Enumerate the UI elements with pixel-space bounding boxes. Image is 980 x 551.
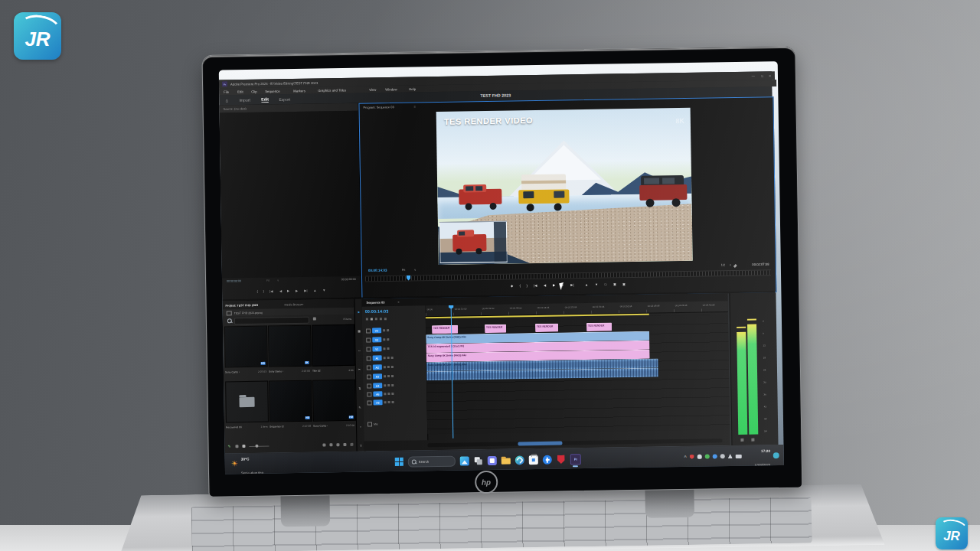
project-item[interactable]: HD Sony Camp 4K De... 2:07:00 [312,380,354,432]
track-target[interactable]: V1 [372,346,381,351]
timeline-timecode[interactable]: 00:00:14:03 [365,309,389,314]
start-button[interactable] [395,458,403,466]
lock-icon[interactable] [367,383,371,388]
close-button[interactable]: × [769,73,772,77]
razor-tool[interactable]: ✂ [358,368,361,371]
record-arm-button[interactable] [391,393,394,395]
track-target[interactable]: A4 [373,383,382,388]
weather-widget[interactable]: ☀ 30°C Senja akan tiba [231,455,273,471]
tray-onedrive-icon[interactable] [697,455,702,459]
mute-button[interactable] [384,357,386,359]
delete-button[interactable] [350,443,353,446]
track-head-a1[interactable]: A1 [363,354,394,363]
lift-button[interactable]: ▲ [585,282,588,285]
add-marker-icon[interactable] [380,318,382,320]
file-explorer-icon[interactable] [501,455,511,465]
lock-icon[interactable] [367,356,371,360]
program-timecode[interactable]: 00:00:14:03 [368,269,387,272]
mark-in-button[interactable]: { [519,284,520,287]
menu-sequence[interactable]: Sequence [266,90,281,93]
program-zoom-chevron[interactable]: ∨ [729,263,730,266]
pen-tool[interactable]: ✎ [359,406,361,409]
program-playhead[interactable] [407,276,410,281]
tray-status-icon[interactable] [705,455,710,459]
snap-icon[interactable] [371,318,373,320]
title-clip[interactable]: TES RENDER [485,324,506,333]
tray-microphone-icon[interactable] [720,454,725,458]
solo-button[interactable] [387,375,390,377]
toggle-sync-icon[interactable] [387,329,389,331]
track-target[interactable]: V3 [372,328,381,333]
program-zoom-level[interactable]: 1/2 [720,263,724,266]
meter-mute-left[interactable] [740,439,743,442]
source-step-forward-button[interactable]: ▶ [296,289,298,292]
lock-icon[interactable] [368,400,372,405]
taskbar-clock[interactable]: 17:20 17/03/2023 [746,442,770,469]
source-insert-button[interactable]: ▲ [313,289,316,292]
source-timecode[interactable]: 00:00:00:00 [227,279,241,282]
solo-button[interactable] [388,401,390,403]
lock-icon[interactable] [366,337,371,342]
solo-button[interactable] [387,393,390,395]
lock-icon[interactable] [366,328,371,333]
go-to-in-button[interactable]: |◀ [534,283,537,286]
timeline-settings-icons[interactable] [366,318,387,320]
lock-icon[interactable] [367,365,371,370]
mcafee-icon[interactable] [557,455,566,464]
track-head-v1[interactable]: V1 [362,344,389,354]
toggle-sync-icon[interactable] [387,347,389,350]
lock-icon[interactable] [366,347,371,351]
program-fit-chevron[interactable]: ∨ [414,269,416,271]
step-back-button[interactable]: ◀ [544,283,546,286]
tray-mcafee-icon[interactable] [690,455,694,459]
battery-icon[interactable] [736,454,742,458]
record-arm-button[interactable] [391,366,394,368]
master-track-head[interactable]: Mix [364,419,381,428]
edge-icon[interactable] [515,455,524,465]
microsoft-store-icon[interactable] [529,455,538,465]
menu-edit[interactable]: Edit [237,90,243,93]
source-fit-chevron[interactable]: ∨ [277,279,279,282]
mute-button[interactable] [384,366,386,368]
home-icon[interactable]: ⌂ [225,98,228,103]
mute-button[interactable] [384,384,386,386]
maximize-button[interactable]: □ [761,74,763,77]
track-head-a6[interactable]: A6 [364,398,394,407]
menu-window[interactable]: Window [385,87,397,91]
source-play-button[interactable]: ▶ [287,289,289,292]
toggle-output-icon[interactable] [383,329,385,331]
track-target[interactable]: A6 [374,399,383,405]
nest-icon[interactable] [366,318,368,321]
tray-caret-icon[interactable]: ^ [684,454,686,459]
toggle-output-icon[interactable] [383,338,385,341]
zoom-slider[interactable] [249,445,269,446]
record-arm-button[interactable] [392,401,394,403]
ripple-edit-tool[interactable]: ↔ [358,349,361,352]
export-frame-button[interactable]: □ [605,282,607,285]
menu-view[interactable]: View [370,88,377,91]
record-arm-button[interactable] [391,375,394,377]
program-fit-dropdown[interactable]: Fit [402,269,405,272]
overwrite-button[interactable]: ▣ [622,282,626,285]
track-target[interactable]: A3 [373,373,382,379]
teams-icon[interactable] [488,455,497,465]
source-step-back-button[interactable]: ◀ [279,289,282,292]
track-head-v3[interactable]: V3 [362,326,389,335]
project-item[interactable]: Title 02 4:00 [312,324,354,377]
minimize-button[interactable]: — [752,74,755,77]
source-fit-dropdown[interactable]: Fit [266,279,270,282]
track-head-a5[interactable]: A5 [363,390,394,399]
title-clip[interactable]: TES RENDER [535,324,558,332]
mark-out-button[interactable]: } [526,284,527,287]
timeline-wrench-icon[interactable] [384,318,387,320]
mute-button[interactable] [384,393,386,395]
title-clip[interactable]: TES RENDER [586,323,612,332]
source-mark-out-button[interactable]: } [263,289,264,292]
menu-markers[interactable]: Markers [294,89,306,93]
lock-icon[interactable] [368,422,372,426]
meter-mute-right[interactable] [751,439,754,442]
type-tool[interactable]: T [360,445,361,448]
tray-bluetooth-icon[interactable] [713,454,717,458]
facebook-icon[interactable] [543,455,552,464]
project-item[interactable]: HD Sequence 03 2:07:08 [269,380,311,433]
